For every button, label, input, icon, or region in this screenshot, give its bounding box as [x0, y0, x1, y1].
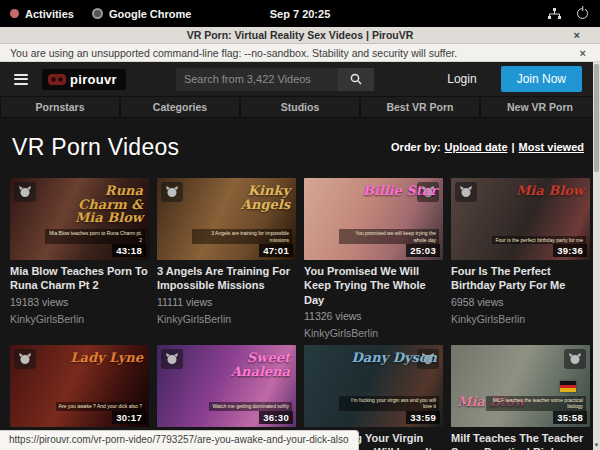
thumbnail-caption: MILF teaches the teacher some practical … [486, 396, 586, 411]
order-by-label: Order by: [391, 141, 441, 153]
search-input[interactable] [176, 68, 338, 91]
vr-headset-icon [48, 74, 66, 85]
login-link[interactable]: Login [447, 72, 476, 86]
video-thumbnail[interactable]: Lady Lyne Are you awake ? And your dick … [10, 345, 149, 427]
order-upload-date-link[interactable]: Upload date [445, 141, 508, 153]
video-card: Runa Charm & Mia Blow Mia Blow teaches p… [10, 178, 149, 339]
video-title[interactable]: You Promised We Will Keep Trying The Who… [304, 264, 443, 307]
order-by: Order by: Upload date | Most viewed [391, 141, 584, 153]
thumbnail-overlay-title: Lady Lyne [70, 351, 143, 365]
thumbnail-caption: I'm fucking your virgin ass and you will… [339, 396, 439, 411]
order-most-viewed-link[interactable]: Most viewed [519, 141, 584, 153]
video-thumbnail[interactable]: Billie Star You promised we will keep tr… [304, 178, 443, 260]
join-now-button[interactable]: Join Now [501, 66, 582, 92]
video-views: 11111 views [157, 296, 296, 308]
video-thumbnail[interactable]: Sweet Analena Watch me getting dominated… [157, 345, 296, 427]
page-title: VR Porn Videos [12, 134, 179, 161]
nav-item-new-vr-porn[interactable]: New VR Porn [481, 97, 599, 117]
video-views: 19183 views [10, 296, 149, 308]
thumbnail-overlay-title: Sweet Analena [204, 351, 290, 378]
thumbnail-caption: Watch me getting dominated softly [209, 402, 292, 411]
video-studio-link[interactable]: KinkyGirlsBerlin [304, 327, 443, 339]
video-title[interactable]: 3 Angels Are Training For Impossible Mis… [157, 264, 296, 293]
thumbnail-caption: You promised we will keep trying the who… [339, 229, 439, 244]
thumbnail-overlay-title: Runa Charm & Mia Blow [57, 184, 143, 225]
clock[interactable]: Sep 7 20:25 [270, 8, 331, 20]
tab-title: VR Porn: Virtual Reality Sex Videos | Pi… [187, 29, 414, 41]
scrollbar-thumb[interactable] [594, 64, 599, 172]
app-menu-label: Google Chrome [109, 8, 192, 20]
thumbnail-overlay-title: Kinky Angels [204, 184, 290, 211]
studio-logo-icon [14, 182, 36, 202]
logo-text: pirouvr [70, 72, 117, 87]
main-nav: Pornstars Categories Studios Best VR Por… [0, 96, 600, 118]
thumbnail-caption: 3 Angels are training for impossible mis… [192, 229, 292, 244]
thumbnail-overlay-title: Dany Dyson [352, 351, 438, 365]
video-grid: Runa Charm & Mia Blow Mia Blow teaches p… [0, 176, 600, 450]
scrollbar-down-arrow-icon[interactable]: ▼ [593, 441, 600, 449]
thumbnail-overlay-title: Mia Blow [516, 184, 584, 198]
video-duration: 36:30 [259, 411, 293, 424]
menu-hamburger-icon[interactable] [14, 74, 28, 85]
activities-button[interactable]: Activities [10, 8, 74, 20]
network-icon[interactable] [548, 8, 561, 20]
studio-logo-icon [161, 349, 183, 369]
app-menu-button[interactable]: Google Chrome [92, 8, 192, 20]
video-card: Mia Blow MILF teaches the teacher some p… [451, 345, 590, 450]
thumbnail-caption: Four is the perfect birthday party for m… [492, 236, 586, 245]
activities-dot-icon [10, 9, 19, 18]
browser-tab-bar: VR Porn: Virtual Reality Sex Videos | Pi… [0, 27, 600, 44]
scrollbar[interactable]: ▼ [593, 62, 600, 450]
video-card: Kinky Angels 3 Angels are training for i… [157, 178, 296, 339]
video-duration: 33:59 [406, 411, 440, 424]
video-title[interactable]: Four Is The Perfect Birthday Party For M… [451, 264, 590, 293]
video-duration: 39:36 [553, 244, 587, 257]
video-thumbnail[interactable]: Mia Blow MILF teaches the teacher some p… [451, 345, 590, 427]
system-top-bar: Activities Google Chrome Sep 7 20:25 [0, 0, 600, 27]
video-title[interactable]: Milf Teaches The Teacher Some Practical … [451, 431, 590, 450]
nav-item-categories[interactable]: Categories [121, 97, 239, 117]
video-title[interactable]: Mia Blow Teaches Porn To Runa Charm Pt 2 [10, 264, 149, 293]
nav-item-best-vr-porn[interactable]: Best VR Porn [361, 97, 479, 117]
video-duration: 43:18 [112, 244, 146, 257]
search-icon [350, 73, 362, 85]
tab-close-icon[interactable]: × [574, 29, 580, 41]
german-flag [560, 381, 576, 392]
warning-close-icon[interactable]: × [580, 47, 586, 59]
status-bar-url: https://pirouvr.com/vr-porn-video/779325… [0, 430, 359, 450]
video-studio-link[interactable]: KinkyGirlsBerlin [10, 313, 149, 325]
order-separator: | [512, 141, 515, 153]
activities-label: Activities [25, 8, 74, 20]
thumbnail-overlay-title: Billie Star [363, 184, 437, 198]
video-studio-link[interactable]: KinkyGirlsBerlin [157, 313, 296, 325]
studio-logo-icon [455, 182, 477, 202]
thumbnail-caption: Are you awake ? And your dick also ? [56, 402, 145, 411]
studio-logo-icon [564, 349, 586, 369]
studio-logo-icon [14, 349, 36, 369]
video-views: 11326 views [304, 310, 443, 322]
video-thumbnail[interactable]: Runa Charm & Mia Blow Mia Blow teaches p… [10, 178, 149, 260]
power-icon[interactable] [577, 8, 588, 19]
video-thumbnail[interactable]: Dany Dyson I'm fucking your virgin ass a… [304, 345, 443, 427]
search-bar [176, 68, 374, 91]
site-logo[interactable]: pirouvr [42, 69, 126, 90]
video-duration: 25:03 [406, 244, 440, 257]
nav-item-pornstars[interactable]: Pornstars [1, 97, 119, 117]
studio-logo-icon [161, 182, 183, 202]
video-duration: 47:01 [259, 244, 293, 257]
nav-item-studios[interactable]: Studios [241, 97, 359, 117]
page-heading-row: VR Porn Videos Order by: Upload date | M… [0, 118, 600, 176]
thumbnail-caption: Mia Blow teaches porn to Runa Charm pt. … [45, 229, 145, 244]
video-thumbnail[interactable]: Kinky Angels 3 Angels are training for i… [157, 178, 296, 260]
video-duration: 30:17 [112, 411, 146, 424]
search-button[interactable] [338, 68, 374, 91]
video-views: 6958 views [451, 296, 590, 308]
video-duration: 35:58 [553, 411, 587, 424]
warning-message: You are using an unsupported command-lin… [10, 47, 457, 59]
site-header: pirouvr Login Join Now [0, 62, 600, 96]
video-card: Mia Blow Four is the perfect birthday pa… [451, 178, 590, 339]
warning-infobar: You are using an unsupported command-lin… [0, 44, 600, 62]
video-thumbnail[interactable]: Mia Blow Four is the perfect birthday pa… [451, 178, 590, 260]
video-card: Billie Star You promised we will keep tr… [304, 178, 443, 339]
video-studio-link[interactable]: KinkyGirlsBerlin [451, 313, 590, 325]
